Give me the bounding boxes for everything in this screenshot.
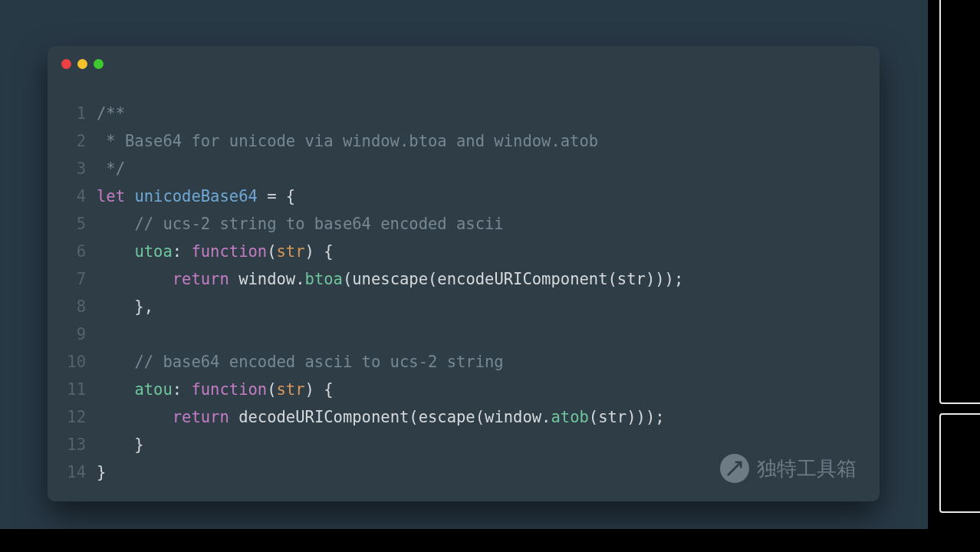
code-token: (unescape(encodeURIComponent(str))); (343, 270, 683, 288)
line-number: 11 (66, 376, 97, 403)
code-token: ( (267, 242, 276, 261)
code-token: function (191, 242, 267, 261)
code-token (97, 353, 134, 371)
side-panel-outline-top (939, 0, 980, 404)
watermark-badge-icon (720, 454, 749, 483)
code-editor: 1/**2 * Base64 for unicode via window.bt… (48, 100, 880, 486)
code-token: /** (97, 104, 125, 123)
stage: 1/**2 * Base64 for unicode via window.bt… (0, 0, 928, 529)
code-token: : (173, 242, 192, 261)
code-content: // base64 encoded ascii to ucs-2 string (97, 348, 504, 376)
code-line: 6 utoa: function(str) { (66, 238, 880, 265)
code-token: function (191, 380, 267, 399)
code-line: 5 // ucs-2 string to base64 encoded asci… (66, 210, 880, 238)
code-token: btoa (305, 270, 343, 288)
code-content: /** (97, 100, 125, 127)
code-content: return decodeURIComponent(escape(window.… (97, 403, 665, 431)
code-token: } (97, 435, 144, 454)
code-token: unicodeBase64 (134, 187, 257, 205)
code-token: ( (267, 380, 276, 399)
code-line: 12 return decodeURIComponent(escape(wind… (66, 403, 880, 431)
side-panel-outline-bottom (939, 413, 980, 513)
line-number: 3 (66, 155, 97, 182)
code-line: 8 }, (66, 293, 880, 320)
code-token (97, 380, 134, 399)
code-token: return (173, 270, 229, 288)
code-line: 4let unicodeBase64 = { (66, 182, 880, 210)
line-number: 12 (66, 403, 97, 431)
code-token: let (97, 187, 134, 205)
line-number: 9 (66, 320, 97, 348)
code-token: atou (134, 380, 172, 399)
code-token: decodeURIComponent(escape(window. (229, 408, 551, 426)
watermark-text: 独特工具箱 (757, 455, 857, 482)
code-token: str (277, 380, 305, 399)
code-token: * Base64 for unicode via window.btoa and… (97, 132, 598, 150)
code-token: window. (229, 270, 305, 288)
code-token: return (173, 408, 229, 426)
code-line: 9 (66, 320, 880, 348)
code-token: ) { (305, 242, 334, 261)
line-number: 2 (66, 127, 97, 155)
traffic-light-zoom-icon[interactable] (94, 59, 104, 69)
code-content: return window.btoa(unescape(encodeURICom… (97, 265, 683, 293)
code-content: }, (97, 293, 153, 320)
code-token: utoa (134, 242, 172, 261)
code-token (97, 270, 173, 288)
line-number: 14 (66, 458, 97, 486)
line-number: 13 (66, 431, 97, 458)
code-line: 10 // base64 encoded ascii to ucs-2 stri… (66, 348, 880, 376)
code-token: // ucs-2 string to base64 encoded ascii (134, 215, 503, 233)
code-token: str (277, 242, 305, 261)
line-number: 10 (66, 348, 97, 376)
line-number: 7 (66, 265, 97, 293)
code-content: let unicodeBase64 = { (97, 182, 295, 210)
line-number: 6 (66, 238, 97, 265)
line-number: 4 (66, 182, 97, 210)
code-token (97, 242, 134, 261)
code-content: // ucs-2 string to base64 encoded ascii (97, 210, 504, 238)
code-content: * Base64 for unicode via window.btoa and… (97, 127, 598, 155)
code-token (97, 215, 134, 233)
traffic-light-minimize-icon[interactable] (77, 59, 87, 69)
code-token: atob (551, 408, 588, 426)
code-line: 3 */ (66, 155, 880, 182)
line-number: 1 (66, 100, 97, 127)
code-line: 11 atou: function(str) { (66, 376, 880, 403)
code-token: = { (258, 187, 295, 205)
code-line: 2 * Base64 for unicode via window.btoa a… (66, 127, 880, 155)
code-token: } (97, 463, 106, 481)
code-token: // base64 encoded ascii to ucs-2 string (134, 353, 503, 371)
code-line: 1/** (66, 100, 880, 127)
code-content: utoa: function(str) { (97, 238, 334, 265)
code-token: : (173, 380, 192, 399)
code-window: 1/**2 * Base64 for unicode via window.bt… (48, 46, 880, 501)
code-content: atou: function(str) { (97, 376, 334, 403)
code-content: */ (97, 155, 125, 182)
code-token: ) { (305, 380, 334, 399)
watermark: 独特工具箱 (720, 454, 857, 483)
line-number: 8 (66, 293, 97, 320)
line-number: 5 (66, 210, 97, 238)
code-token: */ (97, 159, 125, 178)
code-line: 7 return window.btoa(unescape(encodeURIC… (66, 265, 880, 293)
code-token: }, (97, 297, 153, 316)
code-token: (str))); (589, 408, 665, 426)
code-content: } (97, 431, 144, 458)
traffic-light-close-icon[interactable] (61, 59, 71, 69)
window-titlebar (48, 46, 880, 81)
code-content: } (97, 458, 106, 486)
code-token (97, 408, 173, 426)
